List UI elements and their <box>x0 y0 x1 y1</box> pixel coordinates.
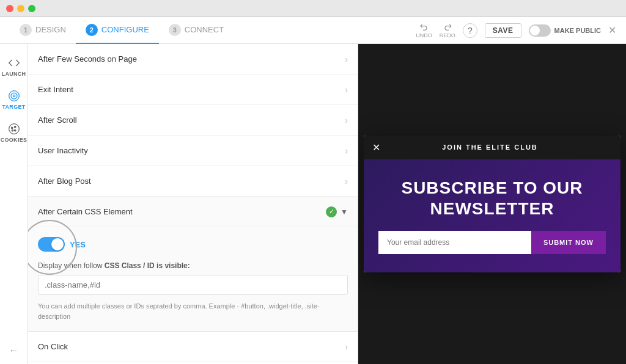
nav-step-configure[interactable]: 2 CONFIGURE <box>76 17 159 44</box>
display-when-label: Display when follow CSS Class / ID is vi… <box>38 261 348 270</box>
dropdown-arrow-icon: ▼ <box>341 208 348 216</box>
sidebar-item-launch[interactable]: LAUNCH <box>0 50 28 83</box>
redo-button[interactable]: REDO <box>440 22 455 38</box>
chevron-right-icon-onclick: › <box>345 342 348 352</box>
back-arrow-icon: ← <box>9 345 19 356</box>
step-num-2: 2 <box>86 24 98 36</box>
svg-point-1 <box>11 93 17 99</box>
after-blog-post-label: After Blog Post <box>38 177 91 186</box>
redo-label: REDO <box>440 32 455 38</box>
nav-step-design[interactable]: 1 DESIGN <box>10 17 76 44</box>
popup-close-button[interactable]: ✕ <box>372 142 380 153</box>
step-label-design: DESIGN <box>35 25 66 34</box>
maximize-traffic-light[interactable] <box>28 5 35 12</box>
make-public-label: MAKE PUBLIC <box>554 27 601 34</box>
popup-submit-button[interactable]: SUBMIT NOW <box>531 231 606 254</box>
expanded-content: YES Display when follow CSS Class / ID i… <box>28 227 358 331</box>
sidebar-target-label: TARGET <box>2 104 25 110</box>
popup-title: SUBSCRIBE TO OURNEWSLETTER <box>378 178 606 219</box>
chevron-right-icon-2: › <box>345 115 348 125</box>
nav-right: UNDO REDO ? SAVE MAKE PUBLIC ✕ <box>416 22 616 38</box>
top-nav: 1 DESIGN 2 CONFIGURE 3 CONNECT UNDO <box>0 17 626 44</box>
step-label-connect: CONNECT <box>185 25 224 34</box>
popup-preview: ✕ JOIN THE ELITE CLUB SUBSCRIBE TO OURNE… <box>364 136 620 272</box>
on-click-label: On Click <box>38 342 68 351</box>
check-icon: ✓ <box>326 206 337 217</box>
icon-sidebar: LAUNCH TARGET COOKIES <box>0 44 28 364</box>
popup-header-text: JOIN THE ELITE CLUB <box>442 144 538 151</box>
close-traffic-light[interactable] <box>6 5 13 12</box>
step-num-3: 3 <box>169 24 181 36</box>
popup-body: SUBSCRIBE TO OURNEWSLETTER SUBMIT NOW <box>364 159 620 272</box>
popup-form: SUBMIT NOW <box>378 231 606 254</box>
nav-steps: 1 DESIGN 2 CONFIGURE 3 CONNECT <box>10 17 234 44</box>
make-public-toggle[interactable] <box>529 24 551 37</box>
panel-item-exit-intent[interactable]: Exit Intent › <box>28 75 358 105</box>
nav-step-connect[interactable]: 3 CONNECT <box>159 17 234 44</box>
title-bar <box>0 0 626 17</box>
popup-email-input[interactable] <box>378 231 531 254</box>
chevron-right-icon-1: › <box>345 85 348 95</box>
expanded-header-css[interactable]: After Certain CSS Element ✓ ▼ <box>28 197 358 227</box>
make-public-toggle-container: MAKE PUBLIC <box>529 24 601 37</box>
svg-point-4 <box>11 127 13 129</box>
sidebar-item-cookies[interactable]: COOKIES <box>0 116 28 149</box>
svg-point-7 <box>12 129 13 131</box>
popup-header: ✕ JOIN THE ELITE CLUB <box>364 136 620 159</box>
svg-point-2 <box>13 95 15 96</box>
close-button[interactable]: ✕ <box>608 24 616 36</box>
step-num-1: 1 <box>20 24 32 36</box>
svg-point-5 <box>14 126 16 128</box>
user-inactivity-label: User Inactivity <box>38 146 88 155</box>
sidebar-launch-label: LAUNCH <box>2 71 26 77</box>
toggle-yes-label: YES <box>70 240 86 249</box>
panel-item-after-few-seconds[interactable]: After Few Seconds on Page › <box>28 44 358 75</box>
css-class-input[interactable] <box>38 275 348 295</box>
panel-item-user-inactivity[interactable]: User Inactivity › <box>28 136 358 166</box>
sidebar-back-button[interactable]: ← <box>0 337 28 364</box>
panel-item-after-blog-post[interactable]: After Blog Post › <box>28 166 358 197</box>
css-element-label: After Certain CSS Element <box>38 207 133 216</box>
undo-label: UNDO <box>416 32 432 38</box>
save-button[interactable]: SAVE <box>485 23 521 38</box>
chevron-right-icon-4: › <box>345 177 348 186</box>
step-label-configure: CONFIGURE <box>101 25 149 34</box>
hint-text: You can add multiple classes or IDs sepr… <box>38 301 348 321</box>
css-element-header-right: ✓ ▼ <box>326 206 348 217</box>
chevron-right-icon-0: › <box>345 54 348 64</box>
svg-point-6 <box>14 129 16 131</box>
exit-intent-label: Exit Intent <box>38 85 73 94</box>
expanded-section-css: After Certain CSS Element ✓ ▼ YES Displa… <box>28 197 358 332</box>
after-few-seconds-label: After Few Seconds on Page <box>38 54 137 64</box>
chevron-right-icon-3: › <box>345 146 348 156</box>
svg-point-3 <box>9 123 19 134</box>
css-enable-toggle[interactable] <box>38 237 65 252</box>
app-container: 1 DESIGN 2 CONFIGURE 3 CONNECT UNDO <box>0 0 626 364</box>
sidebar-item-target[interactable]: TARGET <box>0 83 28 116</box>
content-area: LAUNCH TARGET COOKIES <box>0 44 626 364</box>
panel: After Few Seconds on Page › Exit Intent … <box>28 44 358 364</box>
sidebar-cookies-label: COOKIES <box>1 137 28 143</box>
svg-point-0 <box>9 90 19 101</box>
after-scroll-label: After Scroll <box>38 115 77 125</box>
undo-button[interactable]: UNDO <box>416 22 432 38</box>
preview-area: ✕ JOIN THE ELITE CLUB SUBSCRIBE TO OURNE… <box>358 44 626 364</box>
minimize-traffic-light[interactable] <box>17 5 24 12</box>
panel-item-on-click[interactable]: On Click › <box>28 332 358 362</box>
panel-item-after-scroll[interactable]: After Scroll › <box>28 105 358 136</box>
help-button[interactable]: ? <box>463 23 477 38</box>
toggle-yes-container: YES <box>38 237 348 252</box>
